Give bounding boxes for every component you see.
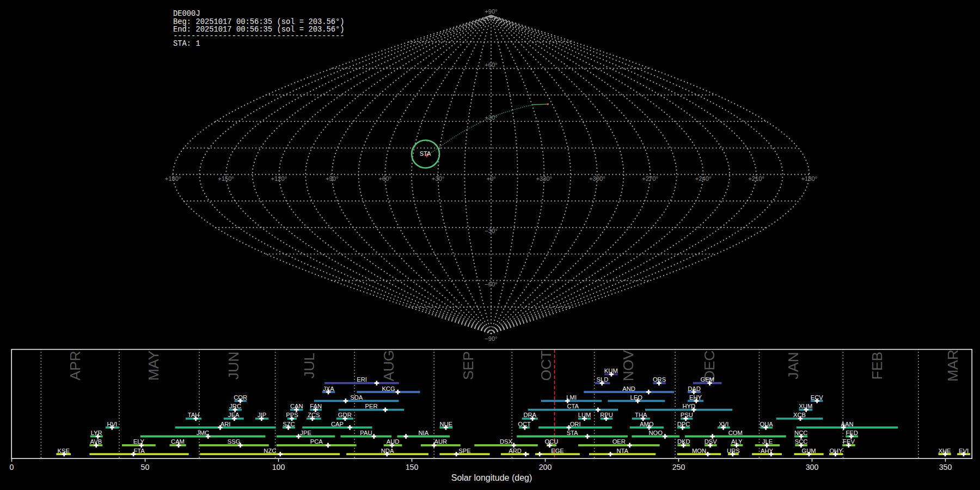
svg-text:XVI: XVI bbox=[719, 421, 728, 427]
svg-text:GEM: GEM bbox=[700, 376, 714, 383]
svg-text:ECV: ECV bbox=[811, 394, 824, 401]
svg-text:XHE: XHE bbox=[939, 448, 951, 454]
svg-text:JLE: JLE bbox=[762, 438, 773, 445]
svg-text:EGE: EGE bbox=[551, 448, 564, 454]
svg-text:ERI: ERI bbox=[357, 376, 367, 383]
svg-text:PPS: PPS bbox=[286, 412, 298, 418]
svg-text:APR: APR bbox=[67, 351, 83, 381]
svg-text:CAP: CAP bbox=[331, 421, 344, 427]
svg-text:100: 100 bbox=[272, 463, 285, 471]
svg-text:+90°: +90° bbox=[326, 175, 338, 182]
svg-text:SPE: SPE bbox=[458, 448, 470, 454]
svg-text:JUN: JUN bbox=[225, 352, 242, 380]
svg-text:OCT: OCT bbox=[538, 350, 554, 381]
svg-text:NOO: NOO bbox=[648, 430, 663, 436]
svg-text:AMO: AMO bbox=[640, 421, 654, 427]
svg-text:KCG: KCG bbox=[382, 385, 395, 392]
svg-text:ELY: ELY bbox=[133, 438, 145, 445]
svg-text:−60°: −60° bbox=[485, 281, 497, 287]
svg-text:STA: 1: STA: 1 bbox=[173, 40, 200, 48]
svg-text:PCA: PCA bbox=[310, 438, 323, 445]
svg-text:NDA: NDA bbox=[381, 448, 394, 454]
svg-text:+0°: +0° bbox=[486, 175, 495, 182]
svg-text:URS: URS bbox=[727, 448, 740, 454]
svg-text:MAY: MAY bbox=[145, 350, 162, 381]
svg-text:AAN: AAN bbox=[841, 421, 853, 427]
svg-text:COM: COM bbox=[728, 430, 743, 436]
svg-text:JPE: JPE bbox=[300, 430, 311, 436]
svg-text:NCC: NCC bbox=[794, 430, 807, 436]
svg-text:SDA: SDA bbox=[350, 394, 363, 401]
svg-text:DAD: DAD bbox=[688, 385, 701, 392]
svg-text:DRA: DRA bbox=[523, 412, 536, 418]
svg-text:PAU: PAU bbox=[360, 430, 372, 436]
svg-text:FTA: FTA bbox=[133, 448, 145, 454]
svg-text:SLD: SLD bbox=[597, 376, 609, 383]
svg-text:JUL: JUL bbox=[301, 353, 317, 378]
svg-text:MAR: MAR bbox=[945, 350, 961, 382]
svg-text:OCT: OCT bbox=[518, 421, 531, 427]
svg-text:+120°: +120° bbox=[271, 175, 287, 182]
svg-text:+270°: +270° bbox=[642, 175, 658, 182]
svg-text:SEP: SEP bbox=[460, 351, 476, 380]
svg-text:HYD: HYD bbox=[682, 403, 695, 409]
svg-text:SCC: SCC bbox=[795, 438, 808, 445]
svg-text:NZC: NZC bbox=[264, 448, 276, 454]
svg-text:PSU: PSU bbox=[681, 412, 693, 418]
svg-text:DPC: DPC bbox=[677, 421, 690, 427]
svg-text:−30°: −30° bbox=[485, 228, 497, 234]
svg-text:LUM: LUM bbox=[578, 412, 591, 418]
svg-text:JIP: JIP bbox=[258, 412, 266, 418]
svg-text:JXA: JXA bbox=[323, 385, 334, 392]
svg-text:XCB: XCB bbox=[793, 412, 806, 418]
svg-text:CQR: CQR bbox=[234, 394, 247, 401]
svg-text:300: 300 bbox=[806, 463, 819, 471]
svg-text:+300°: +300° bbox=[589, 175, 605, 182]
svg-text:LMI: LMI bbox=[566, 394, 577, 401]
svg-text:AVB: AVB bbox=[90, 438, 102, 445]
svg-text:AND: AND bbox=[622, 385, 635, 392]
svg-text:DSX: DSX bbox=[500, 438, 513, 445]
svg-text:JRC: JRC bbox=[229, 403, 241, 409]
svg-text:ALY: ALY bbox=[731, 438, 743, 445]
svg-text:200: 200 bbox=[539, 463, 552, 471]
svg-text:KUM: KUM bbox=[604, 367, 618, 374]
svg-text:GDR: GDR bbox=[338, 412, 352, 418]
svg-text:ARD: ARD bbox=[509, 448, 522, 454]
svg-text:+90°: +90° bbox=[485, 8, 497, 15]
svg-text:RPU: RPU bbox=[600, 412, 613, 418]
svg-text:XUM: XUM bbox=[799, 403, 812, 409]
svg-text:DKD: DKD bbox=[677, 438, 690, 445]
svg-text:CAN: CAN bbox=[290, 403, 303, 409]
svg-text:−90°: −90° bbox=[485, 335, 497, 342]
svg-text:50: 50 bbox=[141, 463, 150, 471]
svg-text:TAH: TAH bbox=[188, 412, 200, 418]
svg-text:+180°: +180° bbox=[801, 175, 818, 182]
svg-text:AUD: AUD bbox=[387, 438, 400, 445]
svg-text:OER: OER bbox=[612, 438, 626, 445]
svg-text:PER: PER bbox=[365, 403, 377, 409]
svg-text:EHY: EHY bbox=[689, 394, 702, 401]
svg-text:LEO: LEO bbox=[630, 394, 643, 401]
svg-text:SSG: SSG bbox=[228, 438, 241, 445]
svg-text:150: 150 bbox=[406, 463, 419, 471]
svg-text:DSV: DSV bbox=[705, 438, 718, 445]
svg-text:QUA: QUA bbox=[760, 421, 774, 427]
svg-text:------------------------------: -------------------------------------- bbox=[173, 32, 345, 40]
svg-text:LYR: LYR bbox=[91, 430, 102, 436]
svg-text:SZC: SZC bbox=[283, 421, 295, 427]
svg-text:+60°: +60° bbox=[378, 175, 391, 182]
svg-text:CAM: CAM bbox=[171, 438, 185, 445]
svg-text:OCU: OCU bbox=[545, 438, 559, 445]
svg-text:+60°: +60° bbox=[485, 62, 497, 68]
svg-text:FEV: FEV bbox=[843, 438, 855, 445]
svg-text:DE000J: DE000J bbox=[173, 10, 200, 18]
svg-text:KSE: KSE bbox=[58, 448, 70, 454]
svg-text:+30°: +30° bbox=[432, 175, 444, 182]
svg-text:+150°: +150° bbox=[218, 175, 234, 182]
svg-text:FEB: FEB bbox=[869, 352, 885, 380]
svg-text:HVI: HVI bbox=[107, 421, 118, 427]
svg-text:CTA: CTA bbox=[567, 403, 579, 409]
svg-text:AUR: AUR bbox=[434, 438, 447, 445]
svg-text:ZCS: ZCS bbox=[308, 412, 320, 418]
